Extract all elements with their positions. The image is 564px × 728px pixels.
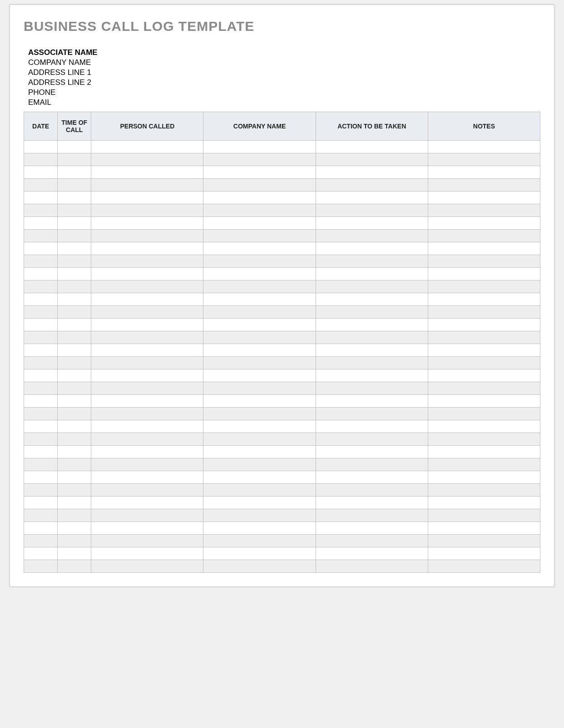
table-cell[interactable] bbox=[58, 255, 91, 267]
table-cell[interactable] bbox=[316, 458, 428, 471]
table-cell[interactable] bbox=[203, 394, 316, 407]
table-cell[interactable] bbox=[316, 191, 428, 204]
table-cell[interactable] bbox=[91, 458, 203, 471]
table-cell[interactable] bbox=[428, 318, 540, 331]
table-cell[interactable] bbox=[24, 521, 58, 534]
table-cell[interactable] bbox=[58, 394, 91, 407]
table-cell[interactable] bbox=[316, 293, 428, 305]
table-cell[interactable] bbox=[316, 229, 428, 242]
table-cell[interactable] bbox=[428, 509, 540, 521]
table-cell[interactable] bbox=[203, 153, 316, 166]
table-cell[interactable] bbox=[91, 394, 203, 407]
table-cell[interactable] bbox=[91, 255, 203, 267]
table-cell[interactable] bbox=[203, 318, 316, 331]
table-cell[interactable] bbox=[316, 547, 428, 560]
table-cell[interactable] bbox=[203, 496, 316, 509]
table-cell[interactable] bbox=[203, 293, 316, 305]
table-cell[interactable] bbox=[203, 267, 316, 280]
table-cell[interactable] bbox=[91, 382, 203, 394]
table-cell[interactable] bbox=[91, 166, 203, 178]
table-cell[interactable] bbox=[58, 369, 91, 382]
table-cell[interactable] bbox=[58, 267, 91, 280]
table-cell[interactable] bbox=[91, 293, 203, 305]
table-cell[interactable] bbox=[91, 204, 203, 216]
table-cell[interactable] bbox=[203, 216, 316, 229]
table-cell[interactable] bbox=[428, 178, 540, 191]
table-cell[interactable] bbox=[24, 191, 58, 204]
table-cell[interactable] bbox=[58, 280, 91, 293]
table-cell[interactable] bbox=[428, 255, 540, 267]
table-cell[interactable] bbox=[58, 242, 91, 255]
table-cell[interactable] bbox=[428, 356, 540, 369]
table-cell[interactable] bbox=[24, 560, 58, 572]
table-cell[interactable] bbox=[24, 318, 58, 331]
table-cell[interactable] bbox=[58, 140, 91, 153]
table-cell[interactable] bbox=[316, 433, 428, 445]
table-cell[interactable] bbox=[91, 445, 203, 458]
table-cell[interactable] bbox=[91, 267, 203, 280]
table-cell[interactable] bbox=[24, 369, 58, 382]
table-cell[interactable] bbox=[24, 280, 58, 293]
table-cell[interactable] bbox=[24, 509, 58, 521]
table-cell[interactable] bbox=[316, 204, 428, 216]
table-cell[interactable] bbox=[203, 178, 316, 191]
table-cell[interactable] bbox=[24, 216, 58, 229]
table-cell[interactable] bbox=[58, 496, 91, 509]
table-cell[interactable] bbox=[203, 344, 316, 356]
table-cell[interactable] bbox=[58, 445, 91, 458]
table-cell[interactable] bbox=[91, 420, 203, 433]
table-cell[interactable] bbox=[316, 267, 428, 280]
table-cell[interactable] bbox=[428, 369, 540, 382]
table-cell[interactable] bbox=[91, 305, 203, 318]
table-cell[interactable] bbox=[24, 496, 58, 509]
table-cell[interactable] bbox=[91, 407, 203, 420]
table-cell[interactable] bbox=[91, 496, 203, 509]
table-cell[interactable] bbox=[316, 534, 428, 547]
table-cell[interactable] bbox=[24, 305, 58, 318]
table-cell[interactable] bbox=[58, 204, 91, 216]
table-cell[interactable] bbox=[316, 216, 428, 229]
table-cell[interactable] bbox=[203, 140, 316, 153]
table-cell[interactable] bbox=[428, 407, 540, 420]
table-cell[interactable] bbox=[91, 178, 203, 191]
table-cell[interactable] bbox=[24, 483, 58, 496]
table-cell[interactable] bbox=[203, 560, 316, 572]
table-cell[interactable] bbox=[203, 547, 316, 560]
table-cell[interactable] bbox=[58, 293, 91, 305]
table-cell[interactable] bbox=[316, 356, 428, 369]
table-cell[interactable] bbox=[91, 534, 203, 547]
table-cell[interactable] bbox=[203, 382, 316, 394]
table-cell[interactable] bbox=[91, 140, 203, 153]
table-cell[interactable] bbox=[24, 407, 58, 420]
table-cell[interactable] bbox=[24, 242, 58, 255]
table-cell[interactable] bbox=[316, 178, 428, 191]
table-cell[interactable] bbox=[428, 394, 540, 407]
table-cell[interactable] bbox=[316, 305, 428, 318]
table-cell[interactable] bbox=[91, 216, 203, 229]
table-cell[interactable] bbox=[203, 445, 316, 458]
table-cell[interactable] bbox=[316, 483, 428, 496]
table-cell[interactable] bbox=[428, 293, 540, 305]
table-cell[interactable] bbox=[428, 420, 540, 433]
table-cell[interactable] bbox=[316, 394, 428, 407]
table-cell[interactable] bbox=[316, 140, 428, 153]
table-cell[interactable] bbox=[428, 242, 540, 255]
table-cell[interactable] bbox=[24, 394, 58, 407]
table-cell[interactable] bbox=[58, 471, 91, 483]
table-cell[interactable] bbox=[24, 153, 58, 166]
table-cell[interactable] bbox=[428, 204, 540, 216]
table-cell[interactable] bbox=[24, 229, 58, 242]
table-cell[interactable] bbox=[24, 204, 58, 216]
table-cell[interactable] bbox=[316, 255, 428, 267]
table-cell[interactable] bbox=[428, 267, 540, 280]
table-cell[interactable] bbox=[24, 433, 58, 445]
table-cell[interactable] bbox=[91, 509, 203, 521]
table-cell[interactable] bbox=[24, 331, 58, 344]
table-cell[interactable] bbox=[203, 242, 316, 255]
table-cell[interactable] bbox=[91, 471, 203, 483]
table-cell[interactable] bbox=[24, 534, 58, 547]
table-cell[interactable] bbox=[316, 153, 428, 166]
table-cell[interactable] bbox=[203, 280, 316, 293]
table-cell[interactable] bbox=[58, 153, 91, 166]
table-cell[interactable] bbox=[91, 331, 203, 344]
